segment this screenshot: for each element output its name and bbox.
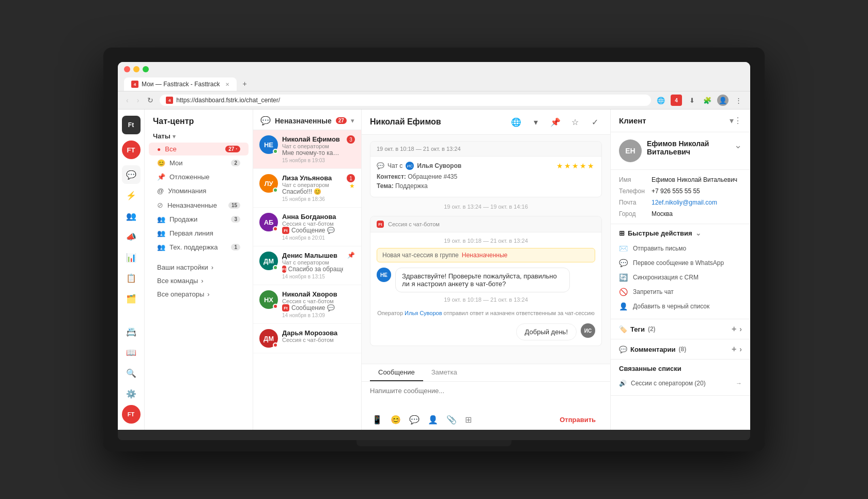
- operator-link[interactable]: Илья Суворов: [405, 310, 442, 316]
- chat-item[interactable]: НХ Николай Хворов Сессия с чат-ботом Ft …: [253, 285, 361, 324]
- status-indicator: [273, 188, 278, 193]
- client-card-toggle[interactable]: ⌄: [734, 139, 742, 151]
- sidebar-item-sales[interactable]: 👥 Продажи 3: [149, 213, 249, 226]
- sidebar-icon-table[interactable]: 📋: [122, 269, 141, 287]
- chat-item[interactable]: АБ Анна Богданова Сессия с чат-ботом Ft …: [253, 208, 361, 246]
- detail-name: Имя Ефимов Николай Витальевич: [619, 176, 742, 183]
- sidebar-item-firstline[interactable]: 👥 Первая линия: [149, 227, 249, 240]
- chats-section[interactable]: Чаты: [145, 130, 253, 142]
- system-note: Новая чат-сессия в группе Неназначенные: [377, 248, 595, 262]
- sidebar-link-teams[interactable]: Все команды ›: [149, 274, 249, 287]
- tab-message[interactable]: Сообщение: [370, 364, 423, 381]
- tag-icon: 🏷️: [619, 325, 627, 333]
- filter-icon[interactable]: ▾: [351, 117, 354, 124]
- sidebar-icon-layers[interactable]: 🗂️: [122, 289, 141, 308]
- sidebar-item-all[interactable]: ● Все 27 ·: [149, 143, 249, 155]
- operator-avatar: ИС: [406, 162, 414, 170]
- tags-add-button[interactable]: +: [732, 324, 736, 334]
- star-action-button[interactable]: ☆: [568, 115, 582, 129]
- related-section: Связанные списки 🔊 Сессии с оператором (…: [611, 360, 750, 396]
- user-tool-button[interactable]: 👤: [426, 413, 440, 427]
- panel-more-button[interactable]: ⋮: [734, 116, 742, 126]
- chat-item[interactable]: ДМ Денис Малышев Чат с оператором Ft Спа…: [253, 246, 361, 285]
- action-send-email[interactable]: ✉️ Отправить письмо: [619, 241, 742, 256]
- all-icon: ●: [157, 146, 161, 153]
- emoji-tool-button[interactable]: 📱: [370, 413, 384, 427]
- forward-button[interactable]: ›: [135, 95, 142, 105]
- message-textarea[interactable]: [362, 382, 610, 408]
- sidebar-item-techsupport[interactable]: 👥 Тех. поддержка 1: [149, 241, 249, 254]
- sidebar-icon-user-bottom[interactable]: FT: [122, 405, 141, 424]
- maximize-dot[interactable]: [143, 66, 149, 72]
- user-msg-avatar: НЕ: [377, 268, 391, 282]
- back-button[interactable]: ‹: [124, 95, 131, 105]
- sidebar-item-unassigned[interactable]: ⊘ Неназначенные 15: [149, 198, 249, 212]
- chat-avatar: НЕ: [259, 135, 278, 154]
- comments-add-button[interactable]: +: [732, 345, 736, 354]
- new-tab-button[interactable]: +: [238, 76, 252, 91]
- chat-list-items: НЕ Николай Ефимов Чат с оператором Мне п…: [253, 130, 361, 430]
- download-icon[interactable]: ⬇: [686, 95, 698, 106]
- sidebar-icon-contacts[interactable]: 👥: [122, 207, 141, 225]
- sidebar-icon-reports[interactable]: 📊: [122, 248, 141, 267]
- related-sessions-item[interactable]: 🔊 Сессии с оператором (20) →: [619, 377, 742, 390]
- send-button[interactable]: Отправить: [553, 413, 602, 427]
- chat-item[interactable]: ДМ Дарья Морозова Сессия с чат-ботом: [253, 324, 361, 353]
- globe-action-button[interactable]: 🌐: [509, 115, 523, 129]
- chat-avatar: АБ: [259, 213, 278, 231]
- tab-close-button[interactable]: ✕: [225, 82, 229, 87]
- action-whatsapp[interactable]: 💬 Первое сообщение в WhatsApp: [619, 256, 742, 270]
- chat-dropdown-button[interactable]: ▾: [529, 115, 543, 129]
- sidebar-icon-contacts2[interactable]: 📇: [122, 322, 141, 341]
- sidebar-link-settings[interactable]: Ваши настройки ›: [149, 261, 249, 274]
- action-block-chat[interactable]: 🚫 Запретить чат: [619, 285, 742, 299]
- url-input[interactable]: 4 https://dashboard.fstrk.io/chat_center…: [160, 95, 651, 106]
- sidebar-link-operators[interactable]: Все операторы ›: [149, 288, 249, 301]
- more-icon[interactable]: ⋮: [733, 95, 744, 106]
- action-blacklist[interactable]: 👤 Добавить в черный список: [619, 299, 742, 314]
- message-tabs: Сообщение Заметка: [362, 364, 610, 382]
- bookmark-icon[interactable]: 4: [671, 95, 682, 106]
- sidebar-item-deferred[interactable]: 📌 Отложенные: [149, 170, 249, 183]
- tags-expand-button[interactable]: ›: [739, 325, 742, 333]
- user-avatar[interactable]: FT: [122, 141, 141, 159]
- message-toolbar: 📱 😊 💬 👤 📎 ⊞ Отправить: [362, 410, 610, 430]
- chats-chevron: [173, 132, 176, 140]
- comments-expand-button[interactable]: ›: [739, 345, 742, 353]
- sidebar-icon-search[interactable]: 🔍: [122, 364, 141, 382]
- template-tool-button[interactable]: 💬: [407, 413, 422, 427]
- group-link[interactable]: Неназначенные: [462, 252, 508, 259]
- sticker-tool-button[interactable]: 😊: [389, 413, 403, 427]
- action-crm[interactable]: 🔄 Синхронизация с CRM: [619, 270, 742, 285]
- check-action-button[interactable]: ✓: [587, 115, 602, 129]
- chat-item[interactable]: НЕ Николай Ефимов Чат с оператором Мне п…: [253, 130, 361, 169]
- puzzle-icon[interactable]: 🧩: [702, 95, 713, 106]
- minimize-dot[interactable]: [133, 66, 140, 72]
- browser-tab-active[interactable]: 4 Мои — Fasttrack - Fasttrack ✕: [124, 77, 237, 91]
- deferred-icon: 📌: [157, 173, 165, 181]
- right-panel-header: Клиент ▾ ⋮: [611, 110, 750, 132]
- quick-actions-section: ⊞ Быстрые действия ⌄ ✉️ Отправить письмо…: [611, 224, 750, 319]
- grid-tool-button[interactable]: ⊞: [463, 413, 474, 427]
- sidebar-icon-chat[interactable]: 💬: [122, 165, 141, 184]
- sidebar-item-mine[interactable]: 😊 Мои 2: [149, 157, 249, 169]
- sidebar-item-mentions[interactable]: @ Упоминания: [149, 184, 249, 197]
- profile-icon[interactable]: 👤: [717, 95, 729, 106]
- sidebar-icon-settings[interactable]: ⚙️: [122, 384, 141, 403]
- tab-note[interactable]: Заметка: [423, 364, 466, 381]
- sidebar-icon-team[interactable]: ⚡: [122, 186, 141, 205]
- extensions-icon[interactable]: 🌐: [655, 95, 667, 106]
- sidebar-icon-campaigns[interactable]: 📣: [122, 227, 141, 246]
- pin-action-button[interactable]: 📌: [548, 115, 563, 129]
- chat-sidebar-title: Чат-центр: [145, 110, 253, 130]
- quick-actions-toggle[interactable]: ⌄: [695, 229, 701, 237]
- attach-tool-button[interactable]: 📎: [444, 413, 459, 427]
- tab-label: Мои — Fasttrack - Fasttrack: [142, 81, 220, 88]
- client-details: Имя Ефимов Николай Витальевич Телефон +7…: [611, 170, 750, 224]
- refresh-button[interactable]: ↻: [145, 95, 156, 105]
- operator-action-note: Оператор Илья Суворов отправил ответ и н…: [377, 307, 595, 319]
- chat-session-2: Ft Сессия с чат-ботом 19 окт. в 10:18 — …: [370, 216, 602, 346]
- chat-item[interactable]: ЛУ Лиза Ульянова Чат с оператором Спасиб…: [253, 169, 361, 208]
- sidebar-icon-book[interactable]: 📖: [122, 343, 141, 362]
- close-dot[interactable]: [124, 66, 130, 72]
